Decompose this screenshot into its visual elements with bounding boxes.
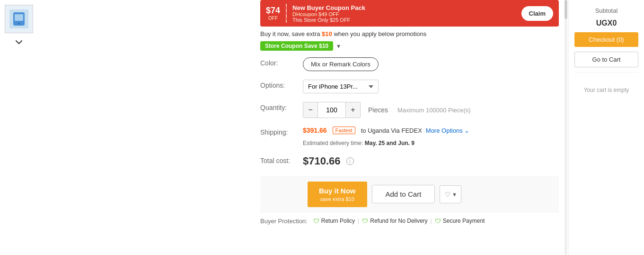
action-buttons-row: Buy it Now save extra $10 Add to Cart ♡ … bbox=[260, 176, 559, 213]
quantity-control: − + bbox=[303, 102, 361, 118]
quantity-content: − + Pieces Maximum 100000 Piece(s) bbox=[303, 102, 559, 118]
left-panel bbox=[0, 0, 256, 255]
store-only-label: This Store Only $25 OFF bbox=[292, 17, 365, 23]
shipping-content: $391.66 Fastest to Uganda Via FEDEX More… bbox=[303, 127, 559, 146]
refund-no-delivery-text: Refund for No Delivery bbox=[370, 218, 427, 224]
options-row: Options: For iPhone 13Pr... bbox=[260, 80, 559, 93]
subtotal-value: UGX0 bbox=[574, 19, 638, 27]
total-label: Total cost: bbox=[260, 155, 303, 164]
shipping-destination: to Uganda Via FEDEX bbox=[361, 127, 422, 134]
buyer-protection-row: Buyer Protection: 🛡 Return Policy | 🛡 Re… bbox=[260, 218, 559, 225]
options-content: For iPhone 13Pr... bbox=[303, 80, 559, 93]
scrollbar-thumb bbox=[565, 0, 567, 19]
svg-rect-2 bbox=[15, 14, 23, 21]
scrollbar[interactable] bbox=[565, 0, 567, 255]
claim-button[interactable]: Claim bbox=[521, 6, 553, 21]
heart-icon: ♡ bbox=[445, 191, 451, 198]
store-coupon-chevron-icon[interactable]: ▾ bbox=[337, 42, 340, 50]
quantity-label: Quantity: bbox=[260, 102, 303, 111]
secure-payment-text: Secure Payment bbox=[443, 218, 485, 224]
coupon-off-label: OFF bbox=[268, 16, 278, 21]
total-cost-row: Total cost: $710.66 i bbox=[260, 155, 559, 167]
divider bbox=[574, 72, 638, 73]
fastest-badge: Fastest bbox=[333, 127, 355, 134]
delivery-time: Estimated delivery time: May. 25 and Jun… bbox=[303, 140, 559, 146]
quantity-max: Maximum 100000 Piece(s) bbox=[397, 107, 471, 114]
shipping-price: $391.66 bbox=[303, 127, 327, 134]
quantity-plus-button[interactable]: + bbox=[346, 102, 360, 118]
shipping-row: Shipping: $391.66 Fastest to Uganda Via … bbox=[260, 127, 559, 146]
checkout-button[interactable]: Checkout (0) bbox=[574, 32, 638, 47]
subtotal-label: Subtotal bbox=[574, 7, 638, 14]
quantity-minus-button[interactable]: − bbox=[303, 102, 318, 118]
quantity-input[interactable] bbox=[318, 102, 346, 118]
total-price: $710.66 bbox=[303, 155, 341, 167]
shipping-label: Shipping: bbox=[260, 127, 303, 136]
store-coupon-badge[interactable]: Store Coupon Save $10 bbox=[260, 41, 333, 51]
quantity-unit: Pieces bbox=[368, 106, 388, 114]
protection-item-return: 🛡 Return Policy bbox=[313, 218, 355, 225]
wishlist-button[interactable]: ♡ ▾ bbox=[440, 185, 461, 203]
more-options-link[interactable]: More Options ⌄ bbox=[426, 127, 470, 134]
coupon-title: New Buyer Coupon Pack bbox=[292, 4, 365, 11]
return-policy-text: Return Policy bbox=[321, 218, 355, 224]
quantity-row: Quantity: − + Pieces Maximum 100000 Piec… bbox=[260, 102, 559, 118]
options-select[interactable]: For iPhone 13Pr... bbox=[303, 80, 379, 93]
shield-return-icon: 🛡 bbox=[313, 218, 319, 225]
coupon-main-amount: $74 bbox=[266, 6, 280, 16]
shield-refund-icon: 🛡 bbox=[362, 218, 368, 225]
coupon-divider bbox=[286, 4, 287, 23]
buy-now-button[interactable]: Buy it Now save extra $10 bbox=[308, 182, 367, 207]
goto-cart-button[interactable]: Go to Cart bbox=[574, 52, 638, 67]
total-content: $710.66 i bbox=[303, 155, 559, 167]
options-label: Options: bbox=[260, 80, 303, 89]
shield-secure-icon: 🛡 bbox=[435, 218, 441, 225]
color-mix-remark[interactable]: Mix or Remark Colors bbox=[303, 57, 379, 71]
cart-panel: Subtotal UGX0 Checkout (0) Go to Cart Yo… bbox=[568, 0, 644, 255]
scroll-down-arrow[interactable] bbox=[5, 35, 33, 49]
cart-empty-text: Your cart is empty bbox=[574, 87, 638, 93]
coupon-banner: $74 OFF New Buyer Coupon Pack DHcoupon $… bbox=[260, 0, 559, 27]
color-row: Color: Mix or Remark Colors bbox=[260, 57, 559, 71]
coupon-detail: New Buyer Coupon Pack DHcoupon $49 OFF T… bbox=[292, 4, 365, 23]
save-extra-line: Buy it now, save extra $10 when you appl… bbox=[260, 30, 559, 37]
product-thumbnail[interactable] bbox=[5, 5, 33, 33]
color-label: Color: bbox=[260, 57, 303, 67]
protection-item-secure: 🛡 Secure Payment bbox=[435, 218, 485, 225]
coupon-off-badge: $74 OFF bbox=[266, 6, 280, 21]
add-to-cart-button[interactable]: Add to Cart bbox=[372, 185, 435, 203]
svg-point-3 bbox=[18, 23, 20, 25]
buyer-protection-label: Buyer Protection: bbox=[260, 218, 308, 225]
protection-item-refund: 🛡 Refund for No Delivery bbox=[362, 218, 427, 225]
wishlist-chevron-icon: ▾ bbox=[453, 191, 456, 198]
main-panel: $74 OFF New Buyer Coupon Pack DHcoupon $… bbox=[256, 0, 564, 255]
color-options: Mix or Remark Colors bbox=[303, 57, 559, 71]
dhcoupon-label: DHcoupon $49 OFF bbox=[292, 11, 365, 17]
store-coupon-row: Store Coupon Save $10 ▾ bbox=[260, 41, 559, 51]
total-info-icon[interactable]: i bbox=[346, 157, 354, 165]
